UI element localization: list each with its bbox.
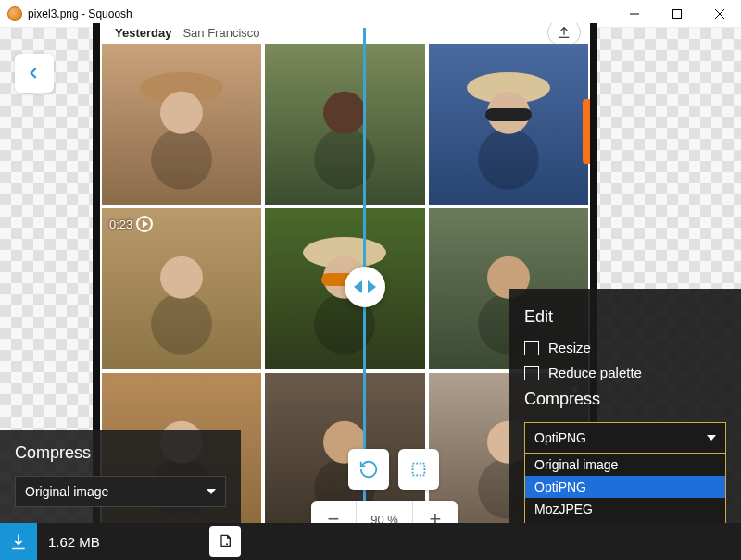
accent-bar bbox=[583, 99, 590, 164]
right-compress-title: Compress bbox=[524, 390, 726, 409]
preview-location: San Francisco bbox=[182, 26, 259, 40]
resize-checkbox[interactable] bbox=[524, 341, 539, 355]
chevron-down-icon bbox=[707, 435, 716, 441]
minimize-button[interactable] bbox=[613, 0, 656, 28]
resize-checkbox-row[interactable]: Resize bbox=[524, 340, 726, 355]
reduce-palette-label: Reduce palette bbox=[548, 365, 642, 380]
window-title: pixel3.png - Squoosh bbox=[28, 7, 132, 20]
codec-option[interactable]: OptiPNG bbox=[525, 476, 725, 498]
edit-title: Edit bbox=[524, 307, 726, 327]
right-options-panel: Edit Resize Reduce palette Compress Opti… bbox=[509, 289, 741, 560]
maximize-button[interactable] bbox=[656, 0, 698, 28]
app-icon bbox=[7, 6, 22, 21]
play-icon bbox=[136, 216, 153, 232]
chevron-down-icon bbox=[207, 489, 216, 494]
download-original-button[interactable] bbox=[0, 523, 37, 560]
preview-day: Yesterday bbox=[115, 26, 171, 40]
back-button[interactable] bbox=[15, 54, 54, 93]
left-compress-panel: Compress Original image bbox=[0, 430, 241, 523]
photo-thumb: 0:23 bbox=[102, 208, 261, 369]
resize-label: Resize bbox=[548, 340, 591, 355]
codec-option[interactable]: Original image bbox=[525, 454, 725, 476]
filesize-label: 1.62 MB bbox=[48, 534, 100, 550]
share-icon bbox=[547, 23, 581, 45]
preview-header: Yesterday San Francisco bbox=[100, 23, 590, 42]
svg-rect-1 bbox=[673, 9, 682, 18]
rotate-button[interactable] bbox=[348, 449, 389, 490]
photo-thumb bbox=[265, 44, 424, 205]
right-codec-value: OptiPNG bbox=[534, 430, 586, 445]
left-compress-title: Compress bbox=[15, 443, 226, 463]
transform-button[interactable] bbox=[398, 449, 439, 490]
bottom-bar: 1.62 MB bbox=[0, 523, 741, 560]
compare-handle[interactable] bbox=[345, 267, 385, 307]
svg-rect-4 bbox=[413, 464, 425, 476]
right-codec-select[interactable]: OptiPNG bbox=[524, 422, 726, 454]
copy-button[interactable] bbox=[209, 526, 241, 557]
left-codec-value: Original image bbox=[25, 484, 108, 499]
left-codec-select[interactable]: Original image bbox=[15, 476, 226, 507]
photo-thumb bbox=[429, 44, 588, 205]
client-area: Yesterday San Francisco 0:23 ✦ bbox=[0, 28, 741, 560]
video-duration: 0:23 bbox=[109, 216, 153, 232]
reduce-palette-checkbox[interactable] bbox=[524, 366, 539, 380]
codec-option[interactable]: MozJPEG bbox=[525, 498, 725, 520]
reduce-palette-checkbox-row[interactable]: Reduce palette bbox=[524, 365, 726, 380]
svg-point-5 bbox=[226, 543, 228, 545]
photo-thumb bbox=[102, 44, 261, 205]
close-button[interactable] bbox=[698, 0, 741, 28]
